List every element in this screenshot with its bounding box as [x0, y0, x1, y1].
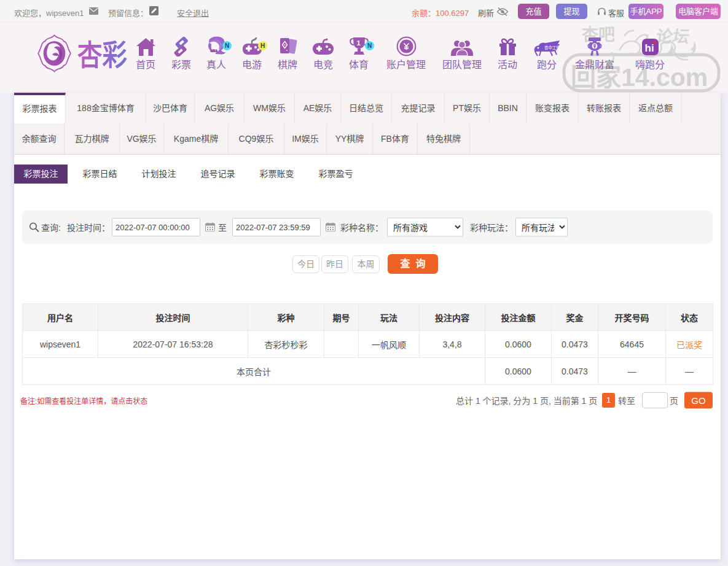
svg-text:1: 1 — [356, 39, 360, 47]
svg-text:杏中工作室: 杏中工作室 — [544, 45, 561, 50]
svg-text:hi: hi — [644, 42, 654, 54]
